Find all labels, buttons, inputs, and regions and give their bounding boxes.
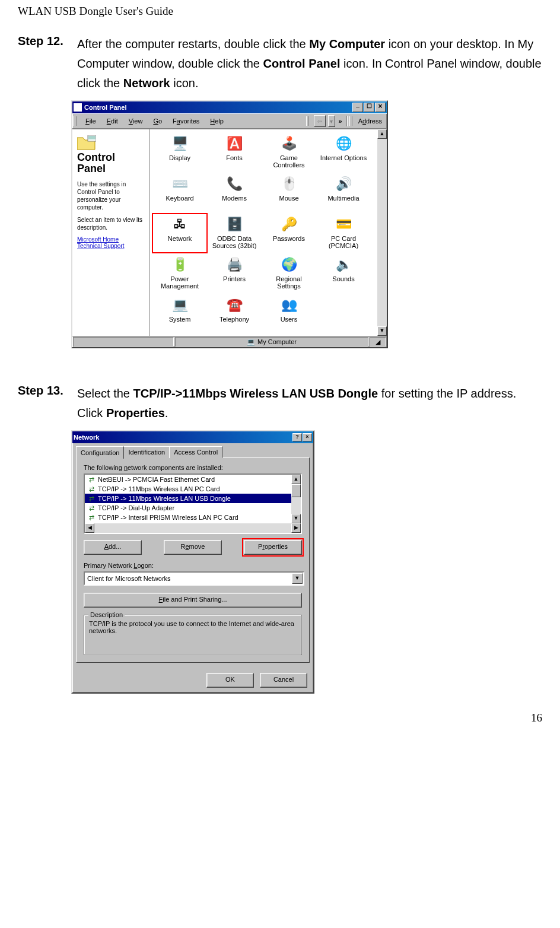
cp-item-system[interactable]: 💻System: [152, 294, 207, 333]
text: .: [165, 406, 168, 419]
listbox-horizontal-scrollbar[interactable]: ◀ ▶: [85, 523, 301, 533]
regional-settings-icon: 🌍: [279, 255, 298, 274]
back-dropdown[interactable]: ▾: [328, 115, 335, 127]
control-panel-icon: ⚙: [74, 103, 82, 112]
cp-item-modems[interactable]: 📞Modems: [207, 173, 262, 212]
toolbar-grip[interactable]: [74, 116, 77, 126]
cp-item-keyboard[interactable]: ⌨️Keyboard: [152, 173, 207, 212]
panel-description: Use the settings in Control Panel to per…: [77, 180, 146, 211]
internet-options-icon: 🌐: [334, 134, 353, 153]
fonts-icon: 🅰️: [225, 134, 244, 153]
tab-configuration[interactable]: Configuration: [76, 446, 124, 459]
primary-logon-combo[interactable]: Client for Microsoft Networks ▼: [84, 571, 304, 586]
link-technical-support[interactable]: Technical Support: [77, 243, 146, 249]
cp-item-mouse[interactable]: 🖱️Mouse: [262, 173, 316, 212]
properties-button[interactable]: Properties: [244, 540, 302, 555]
scroll-up-button[interactable]: ▲: [377, 129, 387, 139]
protocol-icon: ⇄: [87, 513, 96, 522]
ok-button[interactable]: OK: [206, 673, 254, 688]
telephony-icon: ☎️: [225, 295, 244, 314]
menu-edit[interactable]: Edit: [101, 116, 123, 126]
icon-label: Fonts: [226, 154, 243, 161]
components-label: The following network components are ins…: [84, 464, 302, 471]
figure-network-dialog: Network ? × Configuration Identification…: [71, 430, 542, 694]
toolbar-overflow[interactable]: »: [336, 117, 345, 125]
mouse-icon: 🖱️: [279, 174, 298, 193]
cp-item-printers[interactable]: 🖨️Printers: [207, 254, 262, 293]
back-button[interactable]: ⇦: [314, 115, 326, 127]
list-item-label: TCP/IP -> Intersil PRISM Wireless LAN PC…: [98, 514, 238, 521]
minimize-button[interactable]: [352, 103, 363, 112]
cp-item-game-controllers[interactable]: 🕹️Game Controllers: [262, 133, 316, 172]
description-legend: Description: [88, 611, 125, 618]
text-bold: TCP/IP->11Mbps Wireless LAN USB Dongle: [133, 387, 378, 400]
scroll-down-button[interactable]: ▼: [291, 514, 301, 523]
cp-item-sounds[interactable]: 🔈Sounds: [316, 254, 371, 293]
cp-item-odbc-data-sources-32bit[interactable]: 🗄️ODBC Data Sources (32bit): [207, 214, 262, 253]
status-cell: [73, 337, 174, 347]
vertical-scrollbar[interactable]: ▲ ▼: [377, 129, 387, 336]
cp-item-multimedia[interactable]: 🔊Multimedia: [316, 173, 371, 212]
titlebar[interactable]: ⚙ Control Panel: [72, 101, 387, 113]
remove-button[interactable]: Remove: [164, 540, 222, 555]
cp-item-network[interactable]: 🖧Network: [152, 214, 207, 253]
printers-icon: 🖨️: [225, 255, 244, 274]
close-button[interactable]: ×: [303, 433, 312, 441]
list-item[interactable]: ⇄TCP/IP -> 11Mbps Wireless LAN USB Dongl…: [85, 494, 291, 503]
control-panel-folder-icon: [77, 135, 96, 151]
scroll-thumb[interactable]: [291, 484, 301, 497]
cp-item-passwords[interactable]: 🔑Passwords: [262, 214, 316, 253]
tab-identification[interactable]: Identification: [123, 446, 170, 458]
toolbar-grip[interactable]: [306, 116, 309, 126]
display-icon: 🖥️: [170, 134, 189, 153]
icon-label: Game Controllers: [264, 154, 314, 169]
cp-item-display[interactable]: 🖥️Display: [152, 133, 207, 172]
menu-favorites[interactable]: Favorites: [167, 116, 205, 126]
cp-item-fonts[interactable]: 🅰️Fonts: [207, 133, 262, 172]
menu-file[interactable]: File: [80, 116, 101, 126]
list-item[interactable]: ⇄TCP/IP -> 11Mbps Wireless LAN PC Card: [85, 484, 291, 494]
tabstrip: Configuration Identification Access Cont…: [72, 443, 313, 458]
listbox-vertical-scrollbar[interactable]: ▲ ▼: [291, 475, 301, 523]
titlebar[interactable]: Network ? ×: [72, 431, 313, 443]
cp-item-telephony[interactable]: ☎️Telephony: [207, 294, 262, 333]
scroll-up-button[interactable]: ▲: [291, 475, 301, 484]
resize-grip[interactable]: ◢: [370, 337, 386, 347]
list-item[interactable]: ⇄TCP/IP -> Intersil PRISM Wireless LAN P…: [85, 513, 291, 522]
add-button[interactable]: Add...: [84, 540, 142, 555]
list-item[interactable]: ⇄NetBEUI -> PCMCIA Fast Ethernet Card: [85, 475, 291, 484]
menu-help[interactable]: Help: [205, 116, 229, 126]
scroll-right-button[interactable]: ▶: [291, 523, 301, 533]
list-item-label: NetBEUI -> PCMCIA Fast Ethernet Card: [98, 476, 215, 483]
cancel-button[interactable]: Cancel: [260, 673, 307, 688]
scroll-down-button[interactable]: ▼: [377, 326, 387, 336]
list-item-label: TCP/IP -> 11Mbps Wireless LAN PC Card: [98, 485, 220, 492]
help-button[interactable]: ?: [292, 433, 302, 441]
cp-item-internet-options[interactable]: 🌐Internet Options: [316, 133, 371, 172]
icon-label: PC Card (PCMCIA): [319, 235, 368, 249]
scroll-left-button[interactable]: ◀: [85, 523, 94, 533]
cp-item-regional-settings[interactable]: 🌍Regional Settings: [262, 254, 316, 293]
primary-logon-label: Primary Network Logon:: [84, 562, 302, 569]
close-button[interactable]: [375, 103, 386, 112]
network-icon: 🖧: [170, 215, 189, 234]
icon-label: Sounds: [332, 275, 354, 282]
icon-label: Power Management: [155, 275, 205, 290]
tab-access-control[interactable]: Access Control: [169, 446, 222, 458]
combo-dropdown-button[interactable]: ▼: [292, 573, 303, 584]
icon-label: Regional Settings: [264, 275, 314, 290]
system-icon: 💻: [170, 295, 189, 314]
list-item[interactable]: ⇄TCP/IP -> Dial-Up Adapter: [85, 503, 291, 513]
menu-go[interactable]: Go: [148, 116, 167, 126]
cp-item-power-management[interactable]: 🔋Power Management: [152, 254, 207, 293]
icon-label: ODBC Data Sources (32bit): [209, 235, 259, 249]
maximize-button[interactable]: [364, 103, 374, 112]
protocol-icon: ⇄: [87, 494, 96, 503]
file-print-sharing-button[interactable]: File and Print Sharing...: [84, 593, 302, 608]
toolbar-grip[interactable]: [349, 116, 352, 126]
menu-view[interactable]: View: [123, 116, 148, 126]
cp-item-users[interactable]: 👥Users: [262, 294, 316, 333]
keyboard-icon: ⌨️: [170, 174, 189, 193]
link-microsoft-home[interactable]: Microsoft Home: [77, 236, 146, 243]
cp-item-pc-card-pcmcia[interactable]: 💳PC Card (PCMCIA): [316, 214, 371, 253]
